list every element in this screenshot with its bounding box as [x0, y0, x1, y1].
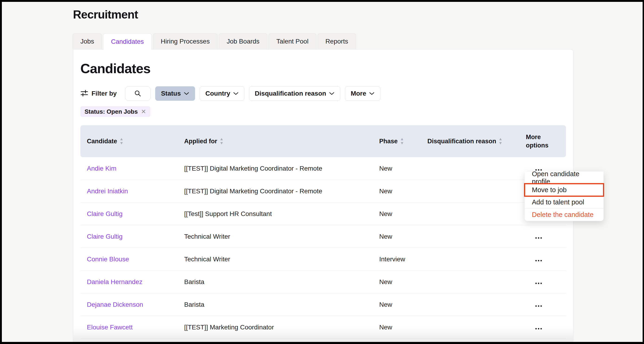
filter-dropdown-button[interactable]: Status — [155, 86, 195, 101]
context-menu-item[interactable]: Move to job — [525, 184, 604, 196]
context-menu-item[interactable]: Add to talent pool — [525, 196, 604, 208]
filter-dropdown-label: Disqualification reason — [255, 90, 326, 97]
table-row: Elouise Fawcett [[TEST]] Marketing Coord… — [80, 316, 566, 339]
tab[interactable]: Reports — [318, 33, 356, 49]
filter-dropdown-label: Status — [161, 90, 181, 97]
phase-cell: Interview — [379, 256, 428, 263]
filter-dropdowns: Status Country — [155, 86, 380, 101]
candidate-cell: Claire Gultig — [87, 210, 184, 218]
phase-cell: New — [379, 301, 428, 308]
active-filters-row: Status: Open Jobs ✕ — [80, 106, 566, 117]
row-more-options-button ellipsis-icon[interactable] — [534, 327, 543, 331]
table-row: Connie Blouse Technical Writer Interview — [80, 248, 566, 271]
applied-for-cell: Barista — [184, 278, 379, 286]
column-header-applied-for[interactable]: Applied for — [184, 137, 379, 145]
tab[interactable]: Job Boards — [219, 33, 267, 49]
candidate-link[interactable]: Andrei Iniatkin — [87, 188, 128, 195]
phase-cell: New — [379, 188, 428, 195]
tab[interactable]: Talent Pool — [268, 33, 316, 49]
candidates-panel: Candidates Filter by — [73, 49, 573, 342]
candidate-link[interactable]: Daniela Hernandez — [87, 278, 142, 286]
filter-by-text: Filter by — [92, 90, 117, 97]
filter-dropdown-button[interactable]: More — [345, 86, 380, 101]
row-more-options-button ellipsis-icon[interactable] — [534, 281, 543, 286]
table-header-row: Candidate Applied for Phase — [80, 125, 566, 157]
table-row: Claire Gultig [[Test]] Support HR Consul… — [80, 203, 566, 225]
candidate-link[interactable]: Connie Blouse — [87, 256, 129, 263]
applied-for-cell: [[TEST]] Digital Marketing Coordinator -… — [184, 188, 379, 195]
screenshot-frame: Recruitment Jobs Candidates Hiring Proce… — [0, 0, 644, 344]
chip-label: Status: Open Jobs — [84, 108, 138, 115]
applied-for-cell: [[TEST]] Marketing Coordinator — [184, 324, 379, 331]
candidate-cell: Andrei Iniatkin — [87, 188, 184, 195]
phase-cell: New — [379, 165, 428, 172]
applied-for-cell: Barista — [184, 301, 379, 308]
chevron-down-icon — [329, 92, 334, 95]
section-heading: Candidates — [80, 61, 566, 76]
more-options-cell — [526, 324, 566, 331]
table-row: Daniela Hernandez Barista New — [80, 271, 566, 293]
candidate-cell: Andie Kim — [87, 165, 184, 172]
chevron-down-icon — [233, 92, 238, 95]
candidate-link[interactable]: Claire Gultig — [87, 233, 122, 240]
row-context-menu: Open candidate profile Move to job Add t… — [524, 171, 604, 221]
recruitment-page: Recruitment Jobs Candidates Hiring Proce… — [2, 2, 642, 342]
tab[interactable]: Jobs — [72, 33, 102, 49]
table-row: Andie Kim [[TEST]] Digital Marketing Coo… — [80, 157, 566, 180]
column-header-disqualification-reason[interactable]: Disqualification reason — [428, 137, 526, 145]
applied-for-cell: Technical Writer — [184, 233, 379, 240]
phase-cell: New — [379, 324, 428, 331]
table-row: Claire Gultig Technical Writer New — [80, 225, 566, 248]
table-row: Dejanae Dickenson Barista New — [80, 293, 566, 316]
filter-dropdown-label: More — [351, 90, 366, 97]
table-body: Andie Kim [[TEST]] Digital Marketing Coo… — [80, 157, 566, 339]
column-header-phase[interactable]: Phase — [379, 137, 428, 145]
column-header-more-options: More options — [526, 133, 560, 150]
sort-arrows-icon — [120, 137, 124, 145]
candidate-cell: Elouise Fawcett — [87, 324, 184, 331]
context-menu-item[interactable]: Delete the candidate — [525, 208, 604, 221]
candidate-cell: Claire Gultig — [87, 233, 184, 240]
page-title: Recruitment — [73, 8, 138, 21]
candidate-link[interactable]: Elouise Fawcett — [87, 324, 133, 331]
row-more-options-button ellipsis-icon[interactable] — [534, 259, 543, 263]
filter-bar: Filter by Status — [80, 86, 566, 101]
row-more-options-button ellipsis-icon[interactable] — [534, 236, 543, 240]
filter-dropdown-button[interactable]: Disqualification reason — [249, 86, 340, 101]
sort-arrows-icon — [498, 137, 502, 145]
phase-cell: New — [379, 233, 428, 240]
filter-dropdown-label: Country — [206, 90, 230, 97]
context-menu-item[interactable]: Open candidate profile — [525, 172, 604, 184]
applied-for-cell: Technical Writer — [184, 256, 379, 263]
sliders-icon — [80, 90, 88, 97]
tab-bar: Jobs Candidates Hiring Processes Job Boa… — [72, 33, 356, 49]
candidate-link[interactable]: Dejanae Dickenson — [87, 301, 143, 308]
search-button[interactable] — [125, 86, 150, 101]
search-icon — [134, 90, 142, 97]
applied-for-cell: [[TEST]] Digital Marketing Coordinator -… — [184, 165, 379, 172]
column-header-candidate[interactable]: Candidate — [87, 137, 184, 145]
candidate-cell: Dejanae Dickenson — [87, 301, 184, 308]
candidate-link[interactable]: Claire Gultig — [87, 210, 122, 217]
candidate-cell: Daniela Hernandez — [87, 278, 184, 286]
chevron-down-icon — [369, 92, 374, 95]
filter-by-label: Filter by — [80, 90, 117, 97]
more-options-cell — [526, 233, 566, 240]
chevron-down-icon — [184, 92, 189, 95]
tab[interactable]: Candidates — [103, 33, 152, 49]
applied-for-cell: [[Test]] Support HR Consultant — [184, 210, 379, 218]
active-filter-chip: Status: Open Jobs ✕ — [80, 106, 150, 117]
table-row: Andrei Iniatkin [[TEST]] Digital Marketi… — [80, 180, 566, 203]
tab[interactable]: Hiring Processes — [153, 33, 218, 49]
chip-remove-button x-icon[interactable]: ✕ — [141, 109, 146, 115]
filter-dropdown-button[interactable]: Country — [200, 86, 244, 101]
more-options-cell — [526, 256, 566, 263]
more-options-cell — [526, 301, 566, 308]
more-options-cell — [526, 278, 566, 286]
sort-arrows-icon — [220, 137, 224, 145]
candidate-link[interactable]: Andie Kim — [87, 165, 116, 172]
sort-arrows-icon — [400, 137, 404, 145]
phase-cell: New — [379, 210, 428, 218]
candidate-cell: Connie Blouse — [87, 256, 184, 263]
row-more-options-button ellipsis-icon[interactable] — [534, 304, 543, 308]
